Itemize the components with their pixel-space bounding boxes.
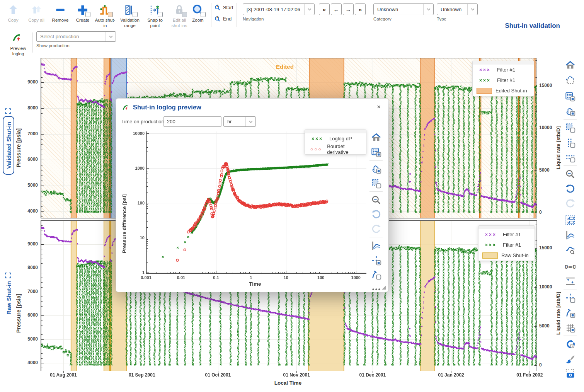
- tangent-icon[interactable]: [565, 308, 575, 318]
- legend-item[interactable]: Edited Shut-in: [473, 85, 534, 96]
- loglog-x-tick: 1: [240, 275, 262, 280]
- nav-last-button[interactable]: »: [355, 3, 366, 15]
- home-reset-icon[interactable]: [565, 75, 575, 85]
- home-icon[interactable]: [565, 60, 575, 70]
- toolbar-separator: [564, 336, 577, 336]
- curves-icon[interactable]: [371, 240, 381, 251]
- preview-loglog-button[interactable]: Preview loglog: [7, 30, 29, 58]
- fit-vertical-icon[interactable]: [565, 276, 575, 286]
- validated-panel-label[interactable]: Validated Shut-in: [3, 116, 14, 175]
- start-end-group: Start End: [214, 3, 233, 24]
- edited-annotation: Edited: [276, 63, 294, 70]
- raw-panel-label[interactable]: Raw Shut-in: [5, 281, 12, 316]
- expand-validated-icon[interactable]: [5, 108, 11, 114]
- pan-icon[interactable]: [371, 164, 381, 174]
- normalize-icon[interactable]: 0=0: [565, 261, 575, 272]
- legend-label: Loglog dP: [329, 136, 352, 141]
- tangent-icon[interactable]: [371, 269, 381, 280]
- legend-grip[interactable]: [478, 226, 535, 229]
- legend-grip[interactable]: [473, 61, 534, 65]
- svg-text:0=0: 0=0: [565, 264, 575, 270]
- auto-shut-in-checkbox[interactable]: [108, 12, 113, 17]
- category-value: Unknown: [374, 7, 423, 12]
- legend-item[interactable]: ×××Filter #1: [478, 240, 535, 250]
- rate-tick: 15000: [539, 245, 558, 251]
- validated-legend[interactable]: ×××Filter #1×××Filter #1Edited Shut-in: [472, 61, 534, 96]
- chevron-down-icon: [467, 4, 477, 15]
- validated-panel-label-text: Validated Shut-in: [5, 122, 12, 169]
- nav-next-button[interactable]: →: [343, 3, 354, 15]
- pressure-tick: 7000: [20, 131, 38, 136]
- crosshair-icon[interactable]: [565, 293, 575, 303]
- history-icon[interactable]: [565, 339, 575, 349]
- magnifier-end-icon: [214, 15, 221, 22]
- time-on-production-input[interactable]: [163, 116, 221, 127]
- goto-end-button[interactable]: End: [214, 14, 233, 24]
- snap-to-point-checkbox[interactable]: [158, 12, 163, 17]
- goto-start-button[interactable]: Start: [214, 3, 233, 12]
- legend-item[interactable]: Raw Shut-in: [478, 250, 535, 261]
- zoom-out-icon[interactable]: [371, 195, 381, 205]
- grid-icon[interactable]: [565, 322, 575, 333]
- pan-icon[interactable]: [565, 106, 575, 116]
- curve-zoom-icon[interactable]: [565, 245, 575, 255]
- series-marker: ×××: [309, 136, 326, 141]
- zoom-checkbox[interactable]: [201, 12, 206, 17]
- production-select[interactable]: Select production: [36, 31, 116, 42]
- axis-scale-icon[interactable]: xy: [565, 215, 575, 225]
- date-tick-label: 01 Dec 2001: [355, 372, 390, 378]
- create-button[interactable]: Create: [72, 2, 93, 30]
- magnifier-start-icon: [214, 4, 221, 11]
- zoom-out-icon[interactable]: [565, 169, 575, 179]
- legend-item[interactable]: ×××Loglog dP: [305, 133, 366, 144]
- box-zoom-icon[interactable]: [371, 178, 381, 189]
- snapshot-icon[interactable]: [565, 368, 575, 379]
- legend-toggle-icon[interactable]: [565, 91, 575, 102]
- legend-grip[interactable]: [305, 130, 366, 133]
- legend-toggle-icon[interactable]: [371, 147, 381, 157]
- theme-brush-icon[interactable]: [565, 354, 575, 364]
- type-value: Unknown: [437, 7, 467, 12]
- legend-item[interactable]: ×××Filter #1: [473, 75, 534, 85]
- nav-first-button[interactable]: «: [319, 3, 330, 15]
- validation-range-button[interactable]: Validation range: [117, 2, 143, 30]
- auto-shut-in-button[interactable]: Auto shut-in: [94, 2, 116, 30]
- legend-item[interactable]: ×××Filter #1: [473, 65, 534, 75]
- legend-item[interactable]: ×××Filter #1: [478, 229, 535, 240]
- expand-raw-icon[interactable]: [5, 272, 11, 279]
- date-tick-label: 01 Sep 2001: [124, 372, 159, 378]
- more-icon[interactable]: [371, 284, 381, 295]
- type-dropdown[interactable]: Unknown: [437, 3, 478, 15]
- box-zoom-icon[interactable]: [565, 123, 575, 133]
- zoom-button[interactable]: Zoom: [188, 2, 208, 30]
- x-zoom-icon[interactable]: [565, 138, 575, 148]
- chevron-down-icon: [304, 4, 314, 15]
- navigation-dropdown[interactable]: [3] 2001-08-19 17:02:06: [243, 3, 315, 15]
- legend-item[interactable]: ○○○Bourdet derivative: [305, 144, 366, 154]
- undo-zoom-icon[interactable]: [565, 184, 575, 194]
- snap-to-point-button[interactable]: Snap to point: [144, 2, 166, 30]
- raw-legend[interactable]: ×××Filter #1×××Filter #1Raw Shut-in: [478, 225, 535, 261]
- pressure-tick: 4000: [20, 360, 38, 365]
- remove-button[interactable]: Remove: [49, 2, 71, 30]
- close-icon[interactable]: ×: [375, 102, 382, 112]
- loglog-legend[interactable]: ×××Loglog dP○○○Bourdet derivative: [305, 130, 366, 155]
- legend-label: Edited Shut-in: [495, 88, 527, 94]
- pressure-tick: 4000: [20, 208, 38, 214]
- redo-zoom-icon: [371, 224, 381, 234]
- unit-dropdown[interactable]: hr: [223, 116, 256, 127]
- legend-label: Filter #1: [497, 67, 515, 73]
- validation-range-checkbox[interactable]: [133, 12, 138, 17]
- type-group: Unknown Type: [437, 3, 478, 21]
- home-icon[interactable]: [371, 132, 381, 143]
- series-marker: ×××: [477, 67, 494, 73]
- crosshair-icon[interactable]: [371, 255, 381, 266]
- time-on-production-label: Time on production: [121, 119, 164, 124]
- nav-prev-button[interactable]: ←: [331, 3, 342, 15]
- create-checkbox[interactable]: [85, 12, 90, 17]
- pressure-tick: 8000: [20, 265, 38, 270]
- category-dropdown[interactable]: Unknown: [373, 3, 434, 15]
- curves-icon[interactable]: [565, 230, 575, 240]
- y-zoom-icon[interactable]: [565, 152, 575, 163]
- resize-handle[interactable]: [382, 285, 386, 290]
